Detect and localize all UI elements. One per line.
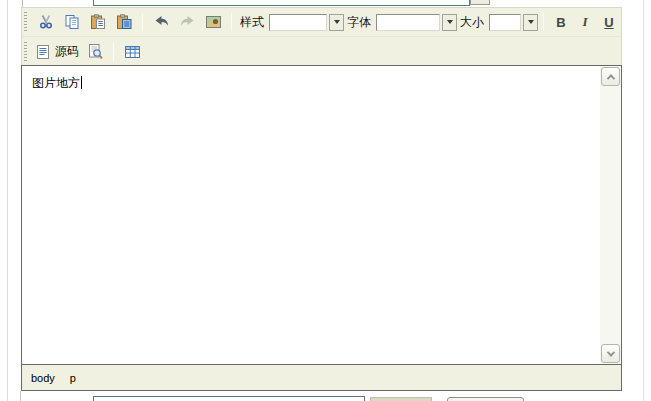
document-code-icon bbox=[36, 44, 50, 60]
clipboard-paste-word-icon bbox=[116, 14, 132, 30]
font-combo-field[interactable] bbox=[376, 14, 440, 31]
paste-button[interactable] bbox=[85, 10, 111, 34]
toolbar-separator bbox=[543, 13, 544, 31]
cropped-input-below[interactable] bbox=[93, 396, 365, 401]
size-combo-label: 大小 bbox=[460, 14, 484, 31]
page-right-rule bbox=[643, 0, 644, 401]
underline-button[interactable]: U bbox=[597, 15, 621, 30]
scissors-icon bbox=[38, 14, 54, 30]
cropped-button-below[interactable] bbox=[447, 397, 524, 401]
page-background: 样式 字体 大小 bbox=[0, 0, 651, 401]
editor-toolbar: 样式 字体 大小 bbox=[21, 7, 622, 65]
toolbar-row-2: 源码 bbox=[22, 37, 621, 65]
copy-pages-icon bbox=[64, 14, 80, 30]
paste-from-word-button[interactable] bbox=[111, 10, 137, 34]
page-magnifier-icon bbox=[87, 43, 104, 60]
cut-button[interactable] bbox=[33, 10, 59, 34]
style-combo-field[interactable] bbox=[269, 14, 327, 31]
toolbar-row-1: 样式 字体 大小 bbox=[22, 8, 621, 37]
insert-image-button[interactable] bbox=[200, 10, 226, 34]
toolbar-drag-handle[interactable] bbox=[24, 42, 27, 62]
source-button-label: 源码 bbox=[55, 43, 79, 60]
bold-button[interactable]: B bbox=[549, 15, 573, 30]
toolbar-separator bbox=[142, 13, 143, 31]
chevron-down-icon bbox=[606, 348, 614, 356]
style-combo-label: 样式 bbox=[240, 14, 264, 31]
cropped-input-above[interactable] bbox=[93, 0, 470, 6]
curved-arrow-right-icon bbox=[179, 14, 196, 30]
editable-document[interactable]: 图片地方 bbox=[22, 66, 600, 364]
element-path-bar: body p bbox=[21, 365, 622, 391]
italic-button[interactable]: I bbox=[573, 14, 597, 30]
scroll-up-button[interactable] bbox=[601, 67, 620, 86]
undo-button[interactable] bbox=[148, 10, 174, 34]
element-path-p[interactable]: p bbox=[70, 372, 76, 384]
editing-area: 图片地方 bbox=[21, 65, 622, 365]
preview-button[interactable] bbox=[82, 40, 108, 64]
toolbar-drag-handle[interactable] bbox=[24, 12, 27, 32]
page-left-rule bbox=[7, 0, 8, 401]
toolbar-separator bbox=[231, 13, 232, 31]
document-text: 图片地方 bbox=[32, 76, 80, 90]
scroll-down-button[interactable] bbox=[601, 344, 620, 363]
redo-button[interactable] bbox=[174, 10, 200, 34]
copy-button[interactable] bbox=[59, 10, 85, 34]
rich-text-editor: 样式 字体 大小 bbox=[21, 7, 622, 391]
table-grid-icon bbox=[124, 44, 141, 60]
clipboard-paste-icon bbox=[90, 14, 106, 30]
toolbar-separator bbox=[113, 43, 114, 61]
font-combo-label: 字体 bbox=[347, 14, 371, 31]
cropped-line-top bbox=[22, 0, 23, 7]
cropped-line-bottom bbox=[20, 391, 21, 401]
size-combo-field[interactable] bbox=[489, 14, 521, 31]
style-combo-arrow-button[interactable] bbox=[329, 14, 344, 31]
text-caret bbox=[81, 76, 82, 89]
cropped-spinner-above[interactable] bbox=[470, 0, 490, 5]
picture-icon bbox=[205, 14, 222, 30]
source-button[interactable]: 源码 bbox=[36, 43, 79, 60]
chevron-down-icon bbox=[447, 20, 453, 24]
font-combo-arrow-button[interactable] bbox=[442, 14, 457, 31]
chevron-down-icon bbox=[334, 20, 340, 24]
element-path-body[interactable]: body bbox=[31, 372, 55, 384]
insert-table-button[interactable] bbox=[119, 40, 145, 64]
chevron-up-icon bbox=[606, 74, 614, 82]
size-combo bbox=[489, 14, 538, 31]
size-combo-arrow-button[interactable] bbox=[523, 14, 538, 31]
font-combo bbox=[376, 14, 457, 31]
curved-arrow-left-icon bbox=[153, 14, 170, 30]
vertical-scrollbar[interactable] bbox=[600, 66, 621, 364]
chevron-down-icon bbox=[528, 20, 534, 24]
cropped-box-below[interactable] bbox=[370, 397, 432, 401]
style-combo bbox=[269, 14, 344, 31]
